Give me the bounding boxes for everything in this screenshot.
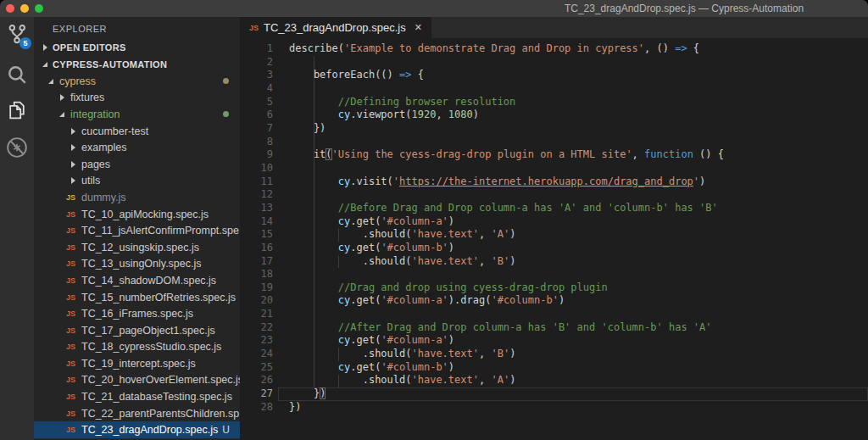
code-line-9[interactable]: 9 it('Using the cyess-drag-drop plugin o… bbox=[240, 148, 868, 162]
code-line-22[interactable]: 22 //After Drag and Drop column-a has 'B… bbox=[240, 321, 868, 335]
code-line-13[interactable]: 13 //Before Drag and Drop column-a has '… bbox=[240, 202, 868, 215]
code-token: ) bbox=[559, 294, 565, 306]
code-line-24[interactable]: 24 .should('have.text', 'B') bbox=[240, 348, 868, 361]
code-token: ' bbox=[693, 175, 699, 187]
folder-fixtures[interactable]: fixtures bbox=[34, 90, 240, 107]
code-line-17[interactable]: 17 .should('have.text', 'B') bbox=[240, 255, 868, 269]
code-token: , bbox=[479, 255, 491, 267]
code-line-12[interactable]: 12 bbox=[240, 188, 868, 202]
js-file-icon: JS bbox=[249, 24, 259, 32]
file-tc-15-numberofretries-spec-js[interactable]: JSTC_15_numberOfRetries.spec.js bbox=[34, 289, 240, 306]
traffic-lights bbox=[6, 4, 43, 13]
code-line-28[interactable]: 28}) bbox=[240, 401, 868, 415]
code-line-4[interactable]: 4 bbox=[240, 82, 868, 96]
chevron-right-icon bbox=[69, 160, 77, 169]
code-line-15[interactable]: 15 .should('have.text', 'A') bbox=[240, 228, 868, 242]
line-number: 13 bbox=[240, 202, 273, 215]
file-tc-10-apimocking-spec-js[interactable]: JSTC_10_apiMocking.spec.js bbox=[34, 206, 240, 223]
code-line-6[interactable]: 6 cy.viewport(1920, 1080) bbox=[240, 109, 868, 122]
file-dummy-js[interactable]: JSdummy.js bbox=[34, 189, 240, 206]
code-token: 'Example to demonstrate Drag and Drop in… bbox=[344, 42, 644, 54]
section-label: OPEN EDITORS bbox=[53, 42, 126, 53]
line-content: }) bbox=[273, 122, 326, 136]
file-tc-11-jsalertconfirmprompt-spe[interactable]: JSTC_11_jsAlertConfirmPrompt.spe... bbox=[34, 222, 240, 239]
source-control-icon[interactable]: 5 bbox=[0, 20, 34, 47]
code-token: //Before Drag and Drop column-a has 'A' … bbox=[289, 202, 718, 214]
code-line-7[interactable]: 7 }) bbox=[240, 122, 868, 136]
code-token: .get( bbox=[350, 215, 381, 227]
section-open-editors[interactable]: OPEN EDITORS bbox=[34, 39, 240, 56]
code-line-3[interactable]: 3 beforeEach(() => { bbox=[240, 69, 868, 82]
code-line-11[interactable]: 11 cy.visit('https://the-internet.heroku… bbox=[240, 175, 868, 189]
close-window-button[interactable] bbox=[6, 4, 14, 13]
line-content bbox=[273, 308, 289, 321]
section-cypress-automation[interactable]: CYPRESS-AUTOMATION bbox=[34, 56, 240, 73]
git-status-dot bbox=[223, 111, 229, 117]
code-line-1[interactable]: 1describe('Example to demonstrate Drag a… bbox=[240, 42, 868, 56]
line-content: .should('have.text', 'A') bbox=[273, 374, 515, 387]
folder-integration[interactable]: integration bbox=[34, 106, 240, 123]
file-tc-12-usingskip-spec-js[interactable]: JSTC_12_usingskip.spec.js bbox=[34, 239, 240, 256]
code-line-16[interactable]: 16 cy.get('#column-b') bbox=[240, 242, 868, 255]
file-tc-21-databasetesting-spec-js[interactable]: JSTC_21_databaseTesting.spec.js bbox=[34, 388, 240, 405]
code-token: beforeEach(() bbox=[289, 69, 399, 81]
code-token: .should( bbox=[289, 374, 412, 386]
titlebar[interactable]: TC_23_dragAndDrop.spec.js — Cypress-Auto… bbox=[0, 0, 868, 17]
file-tc-22-parentparentschildren-sp[interactable]: JSTC_22_parentParentsChildren.sp... bbox=[34, 405, 240, 422]
folder-cucumber-test[interactable]: cucumber-test bbox=[34, 123, 240, 140]
git-untracked-badge: U bbox=[222, 424, 230, 436]
code-line-2[interactable]: 2 bbox=[240, 56, 868, 70]
file-tc-13-usingonly-spec-js[interactable]: JSTC_13_usingOnly.spec.js bbox=[34, 256, 240, 273]
test-disabled-icon[interactable] bbox=[0, 134, 34, 161]
git-status-dot bbox=[223, 78, 229, 84]
tree-item-label: cucumber-test bbox=[81, 125, 148, 137]
code-line-5[interactable]: 5 //Defining browser resolution bbox=[240, 96, 868, 109]
code-token: cy bbox=[338, 294, 350, 306]
line-content: cy.get('#column-b') bbox=[273, 242, 454, 255]
line-content: .should('have.text', 'B') bbox=[273, 348, 515, 361]
file-tc-14-shadowdom-spec-js[interactable]: JSTC_14_shadowDOM.spec.js bbox=[34, 272, 240, 289]
code-line-18[interactable]: 18 bbox=[240, 268, 868, 281]
code-line-25[interactable]: 25 cy.get('#column-b') bbox=[240, 361, 868, 375]
files-icon[interactable] bbox=[0, 97, 34, 124]
chevron-right-icon bbox=[69, 143, 77, 152]
maximize-window-button[interactable] bbox=[35, 4, 43, 13]
folder-pages[interactable]: pages bbox=[34, 156, 240, 173]
code-token: '#column-b' bbox=[491, 294, 558, 306]
explorer-header: EXPLORER bbox=[34, 17, 240, 39]
line-number: 6 bbox=[240, 109, 273, 122]
tree-item-label: TC_23_dragAndDrop.spec.js bbox=[81, 424, 218, 436]
line-number: 22 bbox=[240, 321, 273, 335]
file-tc-20-hoveroverelement-spec-js[interactable]: JSTC_20_hoverOverElement.spec.js bbox=[34, 372, 240, 389]
code-area[interactable]: 1describe('Example to demonstrate Drag a… bbox=[240, 38, 868, 440]
line-content: cy.visit('https://the-internet.herokuapp… bbox=[273, 175, 705, 189]
code-token: 1080 bbox=[448, 109, 473, 120]
code-token: => bbox=[399, 69, 411, 81]
code-line-20[interactable]: 20 cy.get('#column-a').drag('#column-b') bbox=[240, 294, 868, 308]
folder-examples[interactable]: examples bbox=[34, 139, 240, 156]
window-title: TC_23_dragAndDrop.spec.js — Cypress-Auto… bbox=[565, 0, 804, 17]
close-tab-icon[interactable]: ✕ bbox=[415, 22, 422, 33]
file-tc-17-pageobject1-spec-js[interactable]: JSTC_17_pageObject1.spec.js bbox=[34, 322, 240, 339]
folder-cypress[interactable]: cypress bbox=[34, 73, 240, 90]
file-tc-18-cypressstudio-spec-js[interactable]: JSTC_18_cypressStudio.spec.js bbox=[34, 339, 240, 356]
line-content bbox=[273, 188, 289, 202]
line-content: cy.get('#column-a') bbox=[273, 334, 454, 348]
tab-tc-23-draganddrop[interactable]: JS TC_23_dragAndDrop.spec.js ✕ bbox=[240, 17, 431, 38]
code-line-8[interactable]: 8 bbox=[240, 136, 868, 149]
file-tc-16-iframes-spec-js[interactable]: JSTC_16_iFrames.spec.js bbox=[34, 305, 240, 322]
chevron-right-icon bbox=[41, 43, 49, 52]
line-content: it('Using the cyess-drag-drop plugin on … bbox=[273, 148, 724, 162]
code-line-14[interactable]: 14 cy.get('#column-a') bbox=[240, 215, 868, 229]
search-icon[interactable] bbox=[0, 61, 34, 88]
file-tc-23-draganddrop-spec-js[interactable]: JSTC_23_dragAndDrop.spec.jsU bbox=[34, 421, 240, 438]
minimize-window-button[interactable] bbox=[20, 4, 29, 13]
code-line-27[interactable]: 27 }) bbox=[240, 387, 868, 401]
code-line-21[interactable]: 21 bbox=[240, 308, 868, 321]
file-tc-19-intercept-spec-js[interactable]: JSTC_19_intercept.spec.js bbox=[34, 355, 240, 372]
code-line-19[interactable]: 19 //Drag and drop using cyess-drag-drop… bbox=[240, 281, 868, 295]
code-line-23[interactable]: 23 cy.get('#column-a') bbox=[240, 334, 868, 348]
code-line-26[interactable]: 26 .should('have.text', 'A') bbox=[240, 374, 868, 387]
folder-utils[interactable]: utils bbox=[34, 173, 240, 190]
code-line-10[interactable]: 10 bbox=[240, 162, 868, 175]
